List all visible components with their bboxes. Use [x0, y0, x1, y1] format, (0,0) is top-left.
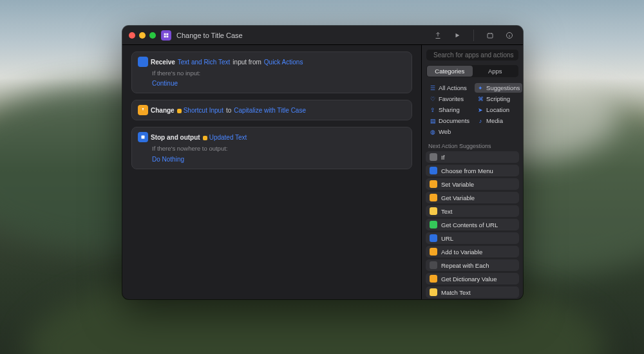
- suggestion-add-to-variable[interactable]: Add to Variable: [426, 246, 519, 257]
- category-label: Sharing: [439, 106, 460, 113]
- toolbar-separator: [473, 30, 474, 41]
- suggestion-choose-from-menu[interactable]: Choose from Menu: [426, 165, 519, 176]
- change-input-token[interactable]: Shortcut Input: [177, 106, 223, 115]
- change-icon: [138, 105, 148, 115]
- library-toggle-button[interactable]: [483, 29, 497, 42]
- suggestion-icon: [430, 180, 437, 188]
- suggestion-label: Match Text: [441, 289, 471, 296]
- library-mode-segmented[interactable]: Categories Apps: [426, 65, 518, 77]
- suggestion-label: Get Contents of URL: [441, 221, 498, 228]
- titlebar: Change to Title Case: [122, 26, 523, 45]
- stop-icon: [138, 132, 148, 142]
- category-label: Location: [486, 106, 509, 113]
- search-input[interactable]: [433, 51, 515, 59]
- no-input-value[interactable]: Continue: [152, 79, 406, 88]
- no-output-label: If there's nowhere to output:: [152, 144, 406, 153]
- category-glyph-icon: ♡: [430, 96, 436, 102]
- receive-source-token[interactable]: Quick Actions: [264, 57, 303, 67]
- suggestion-label: Get Variable: [441, 194, 475, 201]
- svg-rect-2: [142, 136, 145, 139]
- suggestion-label: Choose from Menu: [441, 167, 493, 174]
- suggestion-icon: [430, 261, 437, 269]
- category-glyph-icon: ➤: [477, 107, 484, 113]
- window-controls: [129, 32, 156, 39]
- receive-icon: [138, 57, 148, 67]
- category-label: Suggestions: [486, 84, 520, 91]
- category-scripting[interactable]: ⌘Scripting: [475, 94, 522, 104]
- run-button[interactable]: [450, 29, 464, 42]
- shortcuts-editor-window: Change to Title Case Receive Text and Ri…: [122, 26, 523, 299]
- suggestion-icon: [430, 275, 437, 283]
- no-output-value[interactable]: Do Nothing: [152, 154, 406, 164]
- suggestions-list[interactable]: IfChoose from MenuSet VariableGet Variab…: [422, 151, 523, 299]
- category-sharing[interactable]: ⇪Sharing: [427, 105, 472, 115]
- suggestion-label: Add to Variable: [441, 248, 482, 256]
- change-mid-text: to: [226, 106, 231, 115]
- action-change-case[interactable]: Change Shortcut Input to Capitalize with…: [131, 100, 412, 120]
- suggestion-label: URL: [441, 235, 453, 242]
- suggestion-label: Text: [441, 208, 452, 215]
- share-button[interactable]: [431, 29, 445, 42]
- suggestion-if[interactable]: If: [426, 151, 519, 163]
- category-label: Web: [439, 128, 451, 135]
- workflow-canvas[interactable]: Receive Text and Rich Text input from Qu…: [122, 45, 421, 299]
- receive-types-token[interactable]: Text and Rich Text: [178, 57, 231, 67]
- shortcut-app-icon: [161, 30, 171, 41]
- category-web[interactable]: ◍Web: [427, 127, 472, 136]
- suggestion-label: Get Dictionary Value: [441, 275, 497, 283]
- change-transform-token[interactable]: Capitalize with Title Case: [234, 106, 306, 115]
- info-button[interactable]: [502, 29, 516, 42]
- category-location[interactable]: ➤Location: [475, 105, 522, 115]
- no-input-label: If there's no input:: [152, 69, 406, 78]
- suggestion-get-dictionary-value[interactable]: Get Dictionary Value: [426, 273, 519, 284]
- suggestion-label: Set Variable: [441, 181, 474, 188]
- suggestion-url[interactable]: URL: [426, 232, 519, 244]
- category-all-actions[interactable]: ☰All Actions: [427, 83, 472, 93]
- action-receive-input[interactable]: Receive Text and Rich Text input from Qu…: [131, 51, 412, 93]
- segment-apps[interactable]: Apps: [473, 66, 518, 77]
- suggestion-get-variable[interactable]: Get Variable: [426, 192, 519, 203]
- category-glyph-icon: ♪: [477, 118, 484, 124]
- close-window-button[interactable]: [129, 32, 135, 39]
- category-label: Media: [486, 117, 503, 124]
- segment-categories[interactable]: Categories: [427, 66, 473, 77]
- suggestion-label: Repeat with Each: [441, 262, 489, 269]
- category-glyph-icon: ▤: [430, 118, 436, 124]
- category-favorites[interactable]: ♡Favorites: [427, 94, 472, 104]
- suggestion-set-variable[interactable]: Set Variable: [426, 178, 519, 190]
- category-media[interactable]: ♪Media: [475, 116, 522, 126]
- suggestion-icon: [430, 153, 437, 161]
- receive-mid-text: input from: [232, 57, 261, 67]
- category-grid: ☰All Actions✦Suggestions♡Favorites⌘Scrip…: [422, 81, 523, 140]
- category-glyph-icon: ☰: [430, 85, 436, 91]
- suggestions-header: Next Action Suggestions: [422, 140, 523, 151]
- suggestion-icon: [430, 207, 437, 215]
- category-glyph-icon: ⇪: [430, 107, 436, 113]
- action-library-sidebar: Categories Apps ☰All Actions✦Suggestions…: [421, 45, 523, 299]
- svg-rect-0: [488, 33, 493, 38]
- suggestion-icon: [430, 288, 437, 296]
- suggestion-text[interactable]: Text: [426, 205, 519, 217]
- change-verb: Change: [151, 106, 175, 115]
- window-title: Change to Title Case: [176, 32, 426, 39]
- suggestion-icon: [430, 234, 437, 242]
- category-glyph-icon: ✦: [477, 85, 484, 91]
- stop-output-token[interactable]: Updated Text: [203, 133, 247, 142]
- suggestion-repeat-with-each[interactable]: Repeat with Each: [426, 259, 519, 271]
- action-stop-output[interactable]: Stop and output Updated Text If there's …: [131, 127, 412, 169]
- minimize-window-button[interactable]: [139, 32, 146, 39]
- suggestion-icon: [430, 194, 437, 201]
- search-field[interactable]: [426, 50, 518, 61]
- suggestion-icon: [430, 248, 437, 256]
- category-suggestions[interactable]: ✦Suggestions: [475, 83, 522, 93]
- category-documents[interactable]: ▤Documents: [427, 116, 472, 126]
- category-label: Documents: [439, 117, 469, 124]
- suggestion-icon: [430, 167, 437, 174]
- category-label: All Actions: [439, 84, 467, 91]
- zoom-window-button[interactable]: [149, 32, 156, 39]
- suggestion-get-contents-of-url[interactable]: Get Contents of URL: [426, 219, 519, 230]
- category-label: Favorites: [439, 95, 464, 102]
- category-glyph-icon: ⌘: [477, 96, 484, 102]
- suggestion-icon: [430, 221, 437, 228]
- suggestion-match-text[interactable]: Match Text: [426, 286, 519, 298]
